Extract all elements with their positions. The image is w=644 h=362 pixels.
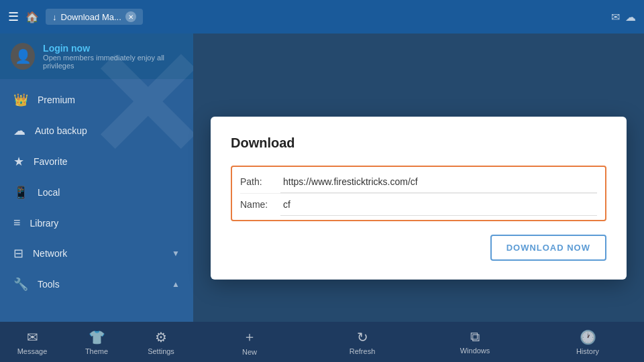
main-layout: ✕ 👤 Login now Open members immediately e… [0, 34, 644, 362]
sidebar-item-favorite[interactable]: ★ Favorite [0, 146, 193, 177]
home-icon[interactable]: 🏠 [25, 11, 39, 23]
message-icon: ✉ [27, 329, 38, 345]
sidebar-item-library[interactable]: ≡ Library [0, 208, 193, 238]
chevron-up-icon: ▲ [172, 280, 180, 289]
tab-new-label: New [242, 348, 257, 356]
download-modal: Download Path: Name: DOWNLOAD NOW [211, 117, 627, 280]
sidebar-item-premium[interactable]: 👑 Premium [0, 84, 193, 115]
login-button[interactable]: Login now [43, 43, 182, 54]
sidebar-item-label: Auto backup [35, 125, 87, 136]
menu-icon[interactable]: ☰ [8, 9, 19, 24]
name-field: Name: [240, 194, 597, 216]
auto-backup-icon: ☁ [13, 123, 25, 138]
modal-title: Download [231, 135, 606, 151]
windows-icon: ⧉ [470, 329, 480, 345]
tab-theme-label: Theme [85, 347, 108, 355]
tab-close-button[interactable]: ✕ [125, 11, 136, 22]
new-icon: ＋ [243, 328, 256, 346]
path-input[interactable] [280, 171, 597, 193]
tab-new[interactable]: ＋ New [193, 328, 306, 356]
tab-refresh[interactable]: ↻ Refresh [306, 329, 419, 355]
modal-overlay: Download Path: Name: DOWNLOAD NOW [193, 34, 644, 362]
chevron-down-icon: ▼ [172, 249, 180, 258]
settings-icon: ⚙ [155, 329, 167, 345]
sidebar-item-label: Library [30, 218, 59, 229]
sidebar-item-label: Network [33, 248, 67, 259]
name-label: Name: [240, 199, 280, 210]
tab-history[interactable]: 🕐 History [531, 329, 644, 355]
tab-refresh-label: Refresh [350, 347, 376, 355]
cloud-icon[interactable]: ☁ [625, 11, 636, 23]
refresh-icon: ↻ [357, 329, 368, 345]
local-icon: 📱 [13, 185, 28, 200]
modal-actions: DOWNLOAD NOW [231, 235, 606, 261]
library-icon: ≡ [13, 216, 21, 230]
user-section: 👤 Login now Open members immediately enj… [0, 34, 193, 79]
user-info: Login now Open members immediately enjoy… [43, 43, 182, 70]
sidebar-item-label: Local [38, 187, 60, 198]
avatar-icon: 👤 [15, 48, 32, 64]
tab-message[interactable]: ✉ Message [0, 329, 64, 355]
favorite-icon: ★ [13, 154, 24, 169]
sidebar-item-label: Tools [38, 279, 60, 290]
tab-download-icon: ↓ [52, 12, 57, 22]
tab-settings-label: Settings [148, 347, 174, 355]
sidebar-bottom-tabs: ✉ Message 👕 Theme ⚙ Settings [0, 322, 193, 362]
header-tab[interactable]: ↓ Download Ma... ✕ [46, 9, 143, 25]
sidebar-item-auto-backup[interactable]: ☁ Auto backup [0, 115, 193, 146]
tab-windows[interactable]: ⧉ Windows [419, 329, 531, 355]
content-area: Download Path: Name: DOWNLOAD NOW [193, 34, 644, 362]
tools-icon: 🔧 [13, 277, 28, 292]
tab-theme[interactable]: 👕 Theme [64, 329, 129, 355]
header-icons: ✉ ☁ [611, 11, 636, 23]
tab-label: Download Ma... [61, 12, 121, 22]
path-field: Path: [240, 171, 597, 193]
header: ☰ 🏠 ↓ Download Ma... ✕ ✉ ☁ [0, 0, 644, 34]
sidebar-nav: 👑 Premium ☁ Auto backup ★ Favorite 📱 Loc… [0, 79, 193, 322]
email-icon[interactable]: ✉ [611, 11, 620, 23]
avatar: 👤 [11, 43, 35, 70]
tab-windows-label: Windows [460, 347, 490, 355]
user-desc: Open members immediately enjoy all privi… [43, 54, 182, 70]
sidebar-item-label: Premium [38, 95, 75, 105]
history-icon: 🕐 [580, 329, 596, 345]
premium-icon: 👑 [13, 93, 28, 107]
tab-settings[interactable]: ⚙ Settings [129, 329, 193, 355]
network-icon: ⊟ [13, 246, 23, 261]
path-label: Path: [240, 176, 280, 187]
theme-icon: 👕 [89, 329, 105, 345]
sidebar-item-network[interactable]: ⊟ Network ▼ [0, 238, 193, 269]
sidebar-item-label: Favorite [34, 156, 68, 167]
download-now-button[interactable]: DOWNLOAD NOW [490, 235, 606, 261]
sidebar-item-tools[interactable]: 🔧 Tools ▲ [0, 269, 193, 300]
tab-history-label: History [576, 347, 599, 355]
sidebar-item-local[interactable]: 📱 Local [0, 177, 193, 208]
content-bottom-tabs: ＋ New ↻ Refresh ⧉ Windows 🕐 History [193, 322, 644, 362]
modal-fields-box: Path: Name: [231, 166, 606, 221]
sidebar: ✕ 👤 Login now Open members immediately e… [0, 34, 193, 362]
name-input[interactable] [280, 194, 597, 216]
tab-message-label: Message [17, 347, 48, 355]
